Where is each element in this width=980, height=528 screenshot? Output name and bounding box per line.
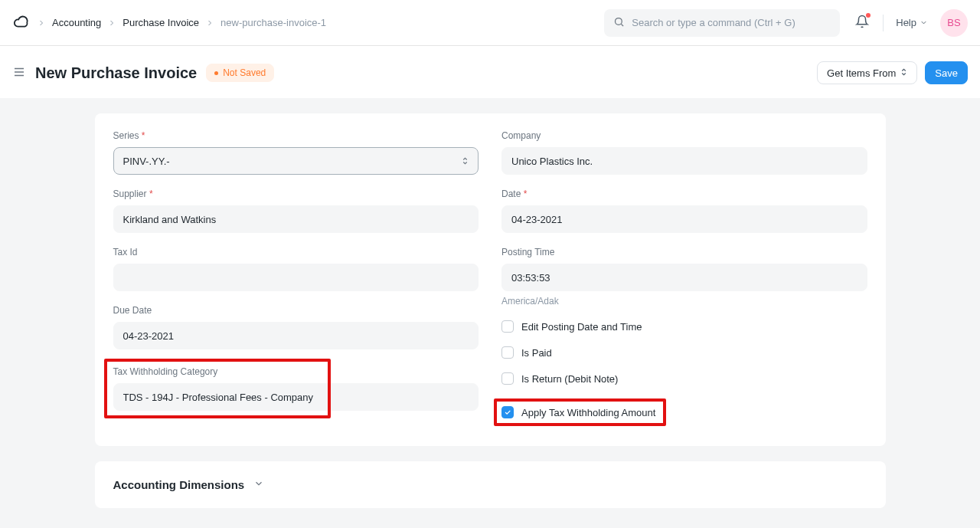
status-text: Not Saved (223, 67, 266, 78)
field-due-date: Due Date (113, 305, 479, 349)
search-icon (613, 16, 625, 30)
breadcrumb-purchase-invoice[interactable]: Purchase Invoice (122, 17, 199, 28)
breadcrumb-current: new-purchase-invoice-1 (220, 17, 326, 28)
posting-time-help: America/Adak (501, 296, 867, 307)
posting-time-label: Posting Time (501, 247, 867, 257)
field-tax-id: Tax Id (113, 247, 479, 291)
navbar: Accounting Purchase Invoice new-purchase… (0, 0, 980, 46)
svg-point-0 (616, 18, 622, 25)
menu-toggle-icon[interactable] (12, 65, 26, 81)
series-label: Series * (113, 130, 479, 141)
notifications-button[interactable] (855, 15, 869, 31)
page-header: New Purchase Invoice Not Saved Get Items… (0, 46, 980, 98)
tax-withholding-category-label: Tax Withholding Category (113, 366, 479, 377)
avatar[interactable]: BS (940, 9, 968, 37)
company-input[interactable] (501, 147, 867, 175)
checkbox-icon (501, 320, 514, 333)
status-badge: Not Saved (206, 64, 274, 82)
chevron-down-icon (253, 478, 264, 491)
form-left-column: Series * PINV-.YY.- Supplier * Tax Id (113, 130, 479, 426)
checkbox-apply-tax-withholding[interactable]: Apply Tax Withholding Amount (501, 406, 655, 418)
field-posting-time: Posting Time America/Adak (501, 247, 867, 307)
chevron-right-icon (205, 18, 214, 28)
checkbox-checked-icon (501, 406, 514, 418)
field-series: Series * PINV-.YY.- (113, 130, 479, 175)
chevron-down-icon (920, 18, 928, 27)
search-input[interactable] (604, 9, 840, 37)
company-label: Company (501, 130, 867, 141)
help-dropdown[interactable]: Help (896, 17, 928, 28)
tax-id-label: Tax Id (113, 247, 479, 257)
get-items-from-label: Get Items From (827, 67, 896, 79)
status-dot-icon (214, 71, 218, 75)
due-date-input[interactable] (113, 322, 479, 349)
chevron-right-icon (37, 18, 46, 28)
select-chevron-icon (900, 67, 907, 79)
highlight-apply-tax-withholding: Apply Tax Withholding Amount (494, 398, 666, 426)
content: New Purchase Invoice Not Saved Get Items… (0, 46, 980, 528)
checkbox-icon (501, 346, 514, 359)
accounting-dimensions-title: Accounting Dimensions (113, 478, 245, 491)
section-accounting-dimensions[interactable]: Accounting Dimensions (95, 461, 886, 508)
save-button[interactable]: Save (925, 61, 968, 84)
page-title: New Purchase Invoice (35, 64, 197, 82)
form-right-column: Company Date * Posting Time America/Adak… (501, 130, 867, 426)
supplier-label: Supplier * (113, 189, 479, 199)
is-paid-label: Is Paid (521, 347, 552, 359)
supplier-input[interactable] (113, 205, 479, 233)
nav-divider (883, 15, 884, 31)
breadcrumb-accounting[interactable]: Accounting (52, 17, 101, 28)
series-value: PINV-.YY.- (123, 156, 170, 167)
chevron-right-icon (107, 18, 116, 28)
form-card: Series * PINV-.YY.- Supplier * Tax Id (95, 113, 886, 446)
due-date-label: Due Date (113, 305, 479, 316)
checkbox-edit-posting[interactable]: Edit Posting Date and Time (501, 320, 867, 333)
field-date: Date * (501, 189, 867, 233)
edit-posting-label: Edit Posting Date and Time (521, 321, 642, 333)
posting-time-input[interactable] (501, 264, 867, 291)
get-items-from-button[interactable]: Get Items From (817, 61, 917, 84)
logo-icon[interactable] (12, 14, 31, 32)
checkbox-icon (501, 372, 514, 385)
date-input[interactable] (501, 205, 867, 233)
field-supplier: Supplier * (113, 189, 479, 233)
is-return-label: Is Return (Debit Note) (521, 373, 618, 385)
field-tax-withholding-category: Tax Withholding Category (113, 366, 479, 411)
tax-id-input[interactable] (113, 264, 479, 291)
series-select[interactable]: PINV-.YY.- (113, 147, 479, 175)
checkbox-is-paid[interactable]: Is Paid (501, 346, 867, 359)
field-company: Company (501, 130, 867, 175)
search-box (604, 9, 840, 37)
tax-withholding-category-input[interactable] (113, 383, 479, 411)
notification-dot-icon (866, 13, 871, 18)
date-label: Date * (501, 189, 867, 199)
apply-tax-withholding-label: Apply Tax Withholding Amount (521, 407, 655, 418)
help-label: Help (896, 17, 916, 28)
select-chevron-icon (462, 156, 469, 166)
checkbox-is-return[interactable]: Is Return (Debit Note) (501, 372, 867, 385)
breadcrumb: Accounting Purchase Invoice new-purchase… (37, 17, 326, 28)
